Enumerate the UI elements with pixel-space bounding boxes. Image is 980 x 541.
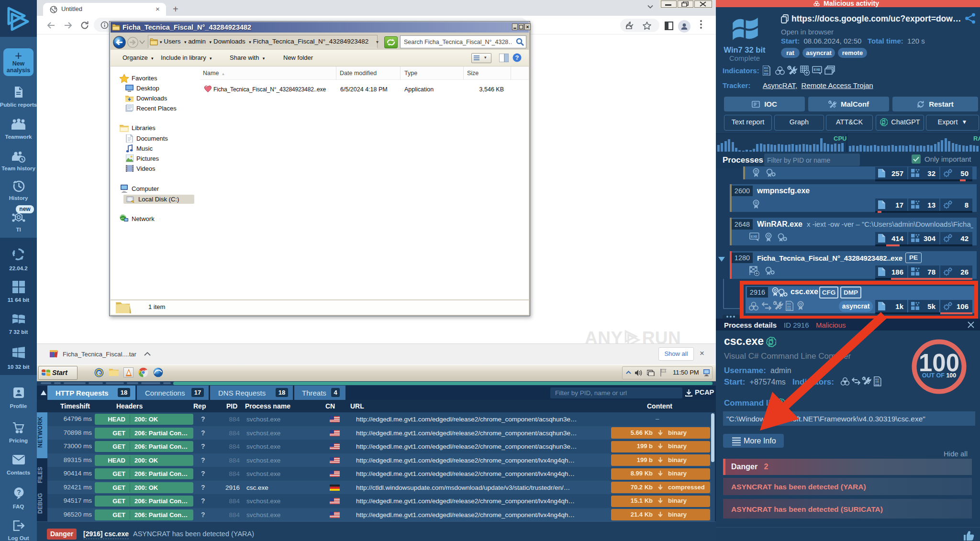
svg-text:EXE: EXE	[814, 68, 821, 71]
svg-text:EXE: EXE	[751, 235, 757, 238]
svg-text:e: e	[97, 369, 101, 376]
svg-text:?: ?	[515, 54, 519, 61]
svg-text:010: 010	[764, 73, 768, 76]
svg-text:?: ?	[17, 488, 21, 496]
